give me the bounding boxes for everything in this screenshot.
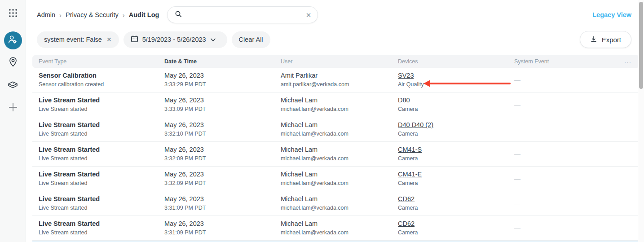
table-row[interactable]: Live Stream Started Live Stream started …	[32, 216, 640, 241]
user-name: Michael Lam	[281, 121, 392, 130]
device-link[interactable]: CM41-S	[398, 146, 422, 153]
filter-chip-date-range[interactable]: 5/19/2023 - 5/26/2023	[124, 31, 227, 48]
column-header-devices[interactable]: Devices	[392, 58, 508, 65]
event-type-text: Sensor Calibration	[39, 71, 158, 80]
column-header-system-event[interactable]: System Event	[508, 58, 613, 65]
sidebar-item-devices[interactable]	[7, 79, 19, 92]
table-row[interactable]: Live Stream Started Live Stream started …	[32, 117, 640, 142]
event-time: 3:31:09 PM PDT	[164, 229, 274, 237]
filter-chip-system-event[interactable]: system event: False ✕	[37, 31, 119, 48]
audit-log-table: Event Type Date & Time User Devices Syst…	[32, 55, 640, 242]
breadcrumb-audit-log: Audit Log	[129, 11, 159, 18]
event-detail-text: Sensor calibration created	[39, 80, 158, 88]
device-box-icon	[7, 79, 19, 92]
clear-all-label: Clear All	[239, 36, 263, 43]
breadcrumb-privacy-security[interactable]: Privacy & Security	[66, 11, 119, 18]
more-options-icon[interactable]: ···	[613, 58, 640, 65]
breadcrumb-separator: ›	[59, 11, 62, 19]
device-link[interactable]: D40 D40 (2)	[398, 121, 433, 128]
admin-user-gear-icon	[8, 35, 18, 47]
chevron-down-icon	[210, 36, 220, 43]
search-clear-icon[interactable]: ✕	[306, 12, 312, 18]
user-email: amit.parlikar@verkada.com	[281, 80, 392, 88]
device-type: Air Quality	[398, 80, 508, 88]
system-event-value: —	[514, 150, 520, 158]
event-type-text: Live Stream Started	[39, 170, 158, 179]
event-date: May 26, 2023	[164, 121, 274, 130]
system-event-value: —	[514, 200, 520, 207]
sidebar	[0, 0, 26, 242]
event-date: May 26, 2023	[164, 145, 274, 154]
sidebar-item-admin[interactable]	[4, 31, 22, 49]
user-name: Michael Lam	[281, 220, 392, 229]
legacy-view-link[interactable]: Legacy View	[592, 11, 631, 18]
device-link[interactable]: D80	[398, 97, 410, 104]
user-name: Michael Lam	[281, 145, 392, 154]
device-link[interactable]: CM41-E	[398, 171, 422, 178]
breadcrumb-admin[interactable]: Admin	[37, 11, 55, 18]
table-row[interactable]: Live Stream Started Live Stream started …	[32, 92, 640, 117]
clear-all-button[interactable]: Clear All	[232, 31, 270, 48]
app-grid-icon[interactable]	[8, 8, 18, 18]
system-event-value: —	[514, 101, 520, 108]
download-icon	[590, 35, 597, 44]
event-date: May 26, 2023	[164, 71, 274, 80]
user-email: michael.lam@verkada.com	[281, 105, 392, 113]
device-link[interactable]: CD62	[398, 195, 415, 202]
event-time: 3:33:29 PM PDT	[164, 80, 274, 88]
device-link[interactable]: SV23	[398, 72, 414, 79]
system-event-value: —	[514, 76, 520, 84]
device-type: Camera	[398, 179, 508, 187]
search-box[interactable]: ✕	[167, 6, 318, 23]
user-name: Michael Lam	[281, 96, 392, 105]
event-detail-text: Live Stream started	[39, 229, 158, 237]
event-type-text: Live Stream Started	[39, 121, 158, 130]
column-header-user[interactable]: User	[274, 58, 392, 65]
event-detail-text: Live Stream started	[39, 179, 158, 187]
search-icon	[175, 10, 182, 20]
table-row[interactable]: Live Stream Started Live Stream started …	[32, 167, 640, 191]
event-time: 3:32:09 PM PDT	[164, 154, 274, 163]
system-event-value: —	[514, 126, 520, 133]
event-time: 3:32:10 PM PDT	[164, 130, 274, 138]
table-row[interactable]: Live Stream Started Live Stream started …	[32, 142, 640, 167]
table-body: Sensor Calibration Sensor calibration cr…	[32, 68, 640, 241]
breadcrumb: Admin › Privacy & Security › Audit Log	[37, 11, 159, 19]
plus-icon	[7, 101, 19, 115]
column-header-date-time[interactable]: Date & Time	[158, 58, 274, 65]
event-type-text: Live Stream Started	[39, 96, 158, 105]
event-type-text: Live Stream Started	[39, 145, 158, 154]
event-time: 3:33:09 PM PDT	[164, 105, 274, 113]
table-row[interactable]: Sensor Calibration Sensor calibration cr…	[32, 68, 640, 92]
event-detail-text: Live Stream started	[39, 105, 158, 113]
main-content: Admin › Privacy & Security › Audit Log ✕…	[26, 0, 644, 242]
user-name: Amit Parlikar	[281, 71, 392, 80]
table-row[interactable]: Live Stream Started Live Stream started …	[32, 191, 640, 216]
user-name: Michael Lam	[281, 170, 392, 179]
system-event-value: —	[514, 224, 520, 232]
user-email: michael.lam@verkada.com	[281, 130, 392, 138]
column-header-event-type[interactable]: Event Type	[32, 58, 158, 65]
event-date: May 26, 2023	[164, 96, 274, 105]
device-link[interactable]: CD62	[398, 220, 415, 227]
scrollbar-thumb[interactable]	[639, 2, 643, 89]
event-type-text: Live Stream Started	[39, 195, 158, 204]
user-email: michael.lam@verkada.com	[281, 229, 392, 237]
filter-chip-label: system event: False	[44, 36, 102, 43]
device-type: Camera	[398, 204, 508, 212]
user-email: michael.lam@verkada.com	[281, 154, 392, 163]
export-button[interactable]: Export	[580, 31, 631, 48]
event-detail-text: Live Stream started	[39, 154, 158, 163]
event-time: 3:31:09 PM PDT	[164, 204, 274, 212]
event-type-text: Live Stream Started	[39, 220, 158, 229]
filter-bar: system event: False ✕ 5/19/2023 - 5/26/2…	[37, 31, 636, 48]
event-detail-text: Live Stream started	[39, 130, 158, 138]
calendar-icon	[131, 35, 142, 44]
remove-filter-icon[interactable]: ✕	[106, 36, 112, 43]
vertical-scrollbar[interactable]	[638, 0, 644, 242]
search-input[interactable]	[187, 11, 305, 18]
event-detail-text: Live Stream started	[39, 204, 158, 212]
add-button[interactable]	[7, 102, 19, 114]
sidebar-item-sites[interactable]	[7, 57, 19, 69]
breadcrumb-separator: ›	[123, 11, 125, 19]
